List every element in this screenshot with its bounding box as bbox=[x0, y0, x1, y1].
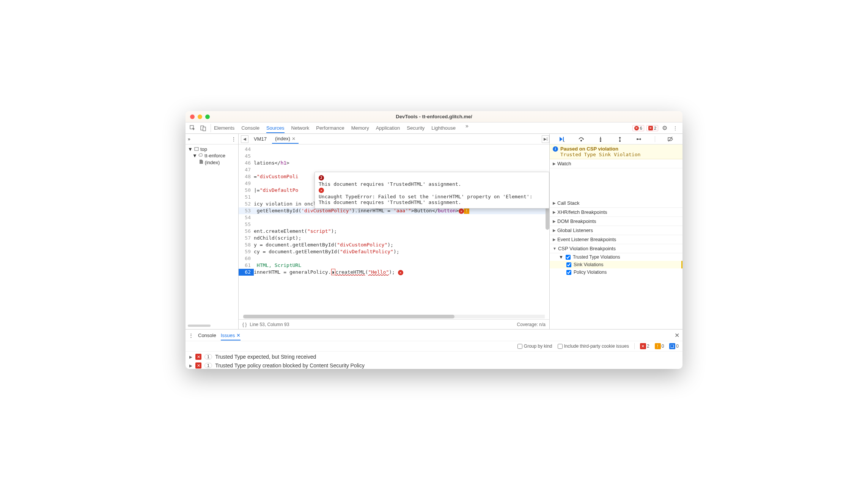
svg-point-8 bbox=[637, 138, 638, 140]
more-nav-icon[interactable]: » bbox=[188, 136, 190, 142]
drawer-close-icon[interactable]: ✕ bbox=[675, 332, 679, 339]
coverage-label: Coverage: n/a bbox=[517, 322, 546, 327]
sidebar-scrollbar[interactable] bbox=[188, 325, 211, 327]
issue-title: Trusted Type expected, but String receiv… bbox=[215, 354, 316, 360]
nav-fwd-icon[interactable]: ▶| bbox=[542, 135, 549, 143]
csp-sink[interactable]: Sink Violations bbox=[550, 261, 682, 268]
issue-icon: ✕ bbox=[648, 126, 653, 130]
warn-marker-icon[interactable]: ! bbox=[464, 209, 469, 214]
drawer-tab-issues[interactable]: Issues✕ bbox=[221, 330, 241, 340]
issue-count: 1 bbox=[204, 363, 212, 368]
tab-security[interactable]: Security bbox=[407, 123, 425, 133]
issue-row-2[interactable]: ▶ ✕ 1 Trusted Type policy creation block… bbox=[186, 362, 682, 369]
devtools-window: DevTools - tt-enforced.glitch.me/ Elemen… bbox=[186, 111, 682, 369]
device-icon[interactable] bbox=[199, 124, 208, 132]
error-tooltip: 2 This document requires 'TrustedHTML' a… bbox=[314, 172, 549, 209]
editor-tab-vm[interactable]: VM17 bbox=[251, 135, 270, 143]
nav-menu-icon[interactable]: ⋮ bbox=[231, 136, 236, 142]
close-tab-icon[interactable]: ✕ bbox=[292, 136, 296, 141]
navigator-pane: » ⋮ ▼ top ▼ tt-enforce (index) bbox=[186, 134, 239, 329]
debugger-pane: iPaused on CSP violation Trusted Type Si… bbox=[550, 134, 682, 329]
drawer-tab-console[interactable]: Console bbox=[198, 330, 216, 340]
trusted-checkbox[interactable] bbox=[566, 255, 571, 260]
svg-point-7 bbox=[619, 140, 621, 142]
issues-warn-count[interactable]: !0 bbox=[655, 343, 664, 349]
resume-icon[interactable] bbox=[558, 135, 566, 143]
svg-rect-4 bbox=[563, 137, 564, 141]
tab-lighthouse[interactable]: Lighthouse bbox=[431, 123, 456, 133]
deactivate-bp-icon[interactable] bbox=[666, 135, 675, 143]
tab-sources[interactable]: Sources bbox=[266, 123, 285, 133]
group-by-kind[interactable]: Group by kind bbox=[517, 344, 552, 349]
window-title: DevTools - tt-enforced.glitch.me/ bbox=[186, 114, 682, 119]
section-event[interactable]: ▶Event Listener Breakpoints bbox=[550, 235, 682, 244]
nav-back-icon[interactable]: ◀ bbox=[241, 135, 248, 143]
titlebar: DevTools - tt-enforced.glitch.me/ bbox=[186, 111, 682, 122]
step-into-icon[interactable] bbox=[596, 135, 605, 143]
svg-point-6 bbox=[600, 140, 601, 142]
section-watch[interactable]: ▶Watch bbox=[550, 159, 682, 168]
sources-content: » ⋮ ▼ top ▼ tt-enforce (index) ◀ VM17 (i… bbox=[186, 134, 682, 329]
error-marker-icon[interactable]: ✕ bbox=[459, 209, 464, 214]
section-dom[interactable]: ▶DOM Breakpoints bbox=[550, 217, 682, 226]
gear-icon[interactable]: ⚙ bbox=[660, 124, 669, 132]
tooltip-count-icon: 2 bbox=[319, 175, 324, 180]
inspect-icon[interactable] bbox=[189, 124, 197, 132]
tooltip-error-icon: ✕ bbox=[319, 188, 324, 193]
close-issues-icon[interactable]: ✕ bbox=[236, 333, 241, 338]
tooltip-line1: This document requires 'TrustedHTML' ass… bbox=[319, 181, 461, 187]
editor-pane: ◀ VM17 (index)✕ ▶| 44 45 46lations</h1> … bbox=[239, 134, 550, 329]
main-toolbar: Elements Console Sources Network Perform… bbox=[186, 122, 682, 134]
csp-policy[interactable]: Policy Violations bbox=[550, 268, 682, 276]
issue-badge[interactable]: ✕2 bbox=[646, 125, 658, 131]
kebab-icon[interactable]: ⋮ bbox=[671, 124, 679, 132]
editor-scrollbar-v[interactable] bbox=[546, 207, 549, 230]
csp-trusted[interactable]: ▼Trusted Type Violations bbox=[550, 253, 682, 261]
tree-file[interactable]: (index) bbox=[188, 159, 236, 166]
more-tabs-icon[interactable]: » bbox=[462, 123, 472, 133]
tab-network[interactable]: Network bbox=[291, 123, 310, 133]
drawer-menu-icon[interactable]: ⋮ bbox=[189, 333, 193, 338]
policy-checkbox[interactable] bbox=[566, 270, 571, 275]
panel-tabs: Elements Console Sources Network Perform… bbox=[214, 123, 632, 133]
tab-elements[interactable]: Elements bbox=[214, 123, 234, 133]
tab-memory[interactable]: Memory bbox=[351, 123, 369, 133]
step-out-icon[interactable] bbox=[616, 135, 624, 143]
editor-scrollbar-h[interactable] bbox=[243, 315, 545, 318]
third-party-cookies[interactable]: Include third-party cookie issues bbox=[558, 344, 629, 349]
paused-banner: iPaused on CSP violation Trusted Type Si… bbox=[550, 144, 682, 159]
editor-tab-index[interactable]: (index)✕ bbox=[272, 134, 299, 144]
step-icon[interactable] bbox=[635, 135, 644, 143]
section-xhr[interactable]: ▶XHR/fetch Breakpoints bbox=[550, 208, 682, 217]
issue-title: Trusted Type policy creation blocked by … bbox=[215, 362, 365, 369]
svg-rect-2 bbox=[203, 127, 206, 131]
debugger-toolbar bbox=[550, 134, 682, 144]
issues-toolbar: Group by kind Include third-party cookie… bbox=[186, 341, 682, 351]
error-icon: ✕ bbox=[634, 126, 639, 130]
issues-info-count[interactable]: ❑0 bbox=[669, 343, 679, 349]
step-over-icon[interactable] bbox=[577, 135, 585, 143]
editor-footer: { }Line 53, Column 93 Coverage: n/a bbox=[239, 319, 549, 329]
section-callstack[interactable]: ▶Call Stack bbox=[550, 199, 682, 208]
pretty-print-icon[interactable]: { } bbox=[242, 322, 247, 327]
exec-line-62: 62innerHTML = generalPolicy.◗createHTML(… bbox=[239, 269, 549, 276]
section-csp[interactable]: ▼CSP Violation Breakpoints bbox=[550, 244, 682, 253]
error-badge[interactable]: ✕6 bbox=[632, 125, 644, 131]
error-marker-icon[interactable]: ✕ bbox=[398, 270, 403, 275]
tree-top[interactable]: ▼ top bbox=[188, 146, 236, 152]
svg-rect-3 bbox=[195, 147, 198, 151]
info-icon: i bbox=[553, 146, 558, 152]
section-global[interactable]: ▶Global Listeners bbox=[550, 226, 682, 235]
tooltip-line2: Uncaught TypeError: Failed to set the 'i… bbox=[319, 194, 545, 205]
sink-checkbox[interactable] bbox=[566, 262, 571, 267]
issues-err-count[interactable]: ✕2 bbox=[640, 343, 649, 349]
issue-row-1[interactable]: ▶ ✕ 1 Trusted Type expected, but String … bbox=[186, 351, 682, 362]
tab-performance[interactable]: Performance bbox=[316, 123, 344, 133]
tab-console[interactable]: Console bbox=[241, 123, 259, 133]
code-editor[interactable]: 44 45 46lations</h1> 47 48="divCustomPol… bbox=[239, 144, 549, 314]
tree-origin[interactable]: ▼ tt-enforce bbox=[188, 152, 236, 159]
issue-error-icon: ✕ bbox=[195, 354, 201, 360]
issue-count: 1 bbox=[204, 354, 212, 359]
svg-point-5 bbox=[580, 140, 582, 141]
tab-application[interactable]: Application bbox=[376, 123, 400, 133]
